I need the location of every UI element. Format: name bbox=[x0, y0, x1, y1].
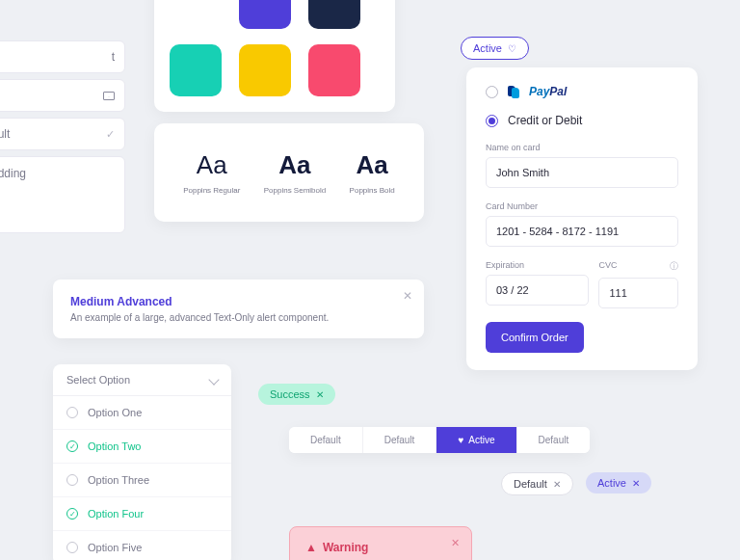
default-tag[interactable]: Default ✕ bbox=[501, 472, 573, 495]
close-icon[interactable]: ✕ bbox=[316, 389, 324, 400]
check-circle-icon bbox=[66, 508, 78, 520]
select-option[interactable]: Option Three bbox=[53, 464, 231, 497]
input-text: ault bbox=[0, 127, 10, 141]
input-text: t bbox=[112, 50, 115, 64]
swatch-indigo[interactable] bbox=[239, 0, 291, 29]
chevron-down-icon bbox=[208, 374, 219, 385]
check-circle-icon bbox=[66, 440, 78, 452]
alert-title: Medium Advanced bbox=[70, 295, 407, 308]
select-option[interactable]: Option Five bbox=[53, 531, 231, 560]
segment-default[interactable]: Default bbox=[289, 427, 363, 453]
payment-card: PayPal Credit or Debit Name on card Card… bbox=[466, 67, 698, 370]
paypal-logo-icon bbox=[508, 86, 519, 98]
font-label: Poppins Bold bbox=[350, 186, 395, 195]
textarea-input[interactable]: adding bbox=[0, 156, 125, 233]
select-option[interactable]: Option One bbox=[53, 396, 231, 430]
warning-title-row: ▲ Warning bbox=[305, 541, 456, 554]
confirm-order-button[interactable]: Confirm Order bbox=[486, 322, 584, 353]
font-sample-bold: Aa Poppins Bold bbox=[350, 150, 395, 195]
envelope-icon bbox=[103, 92, 115, 100]
heart-icon: ♡ bbox=[508, 43, 516, 54]
cvc-label-row: CVC ⓘ bbox=[598, 260, 678, 273]
name-label: Name on card bbox=[486, 143, 678, 152]
expiration-input[interactable] bbox=[486, 275, 589, 306]
cvc-label: CVC bbox=[598, 260, 617, 273]
swatch-pink[interactable] bbox=[308, 44, 360, 96]
cvc-input[interactable] bbox=[598, 278, 678, 308]
credit-label: Credit or Debit bbox=[508, 114, 582, 127]
textarea-text: adding bbox=[0, 167, 26, 180]
select-option[interactable]: Option Four bbox=[53, 497, 231, 531]
close-icon[interactable]: ✕ bbox=[451, 537, 460, 549]
paypal-label: PayPal bbox=[529, 85, 567, 98]
segmented-control: Default Default ♥ Active Default bbox=[289, 427, 590, 453]
circle-icon bbox=[66, 474, 78, 486]
text-input-email[interactable] bbox=[0, 79, 125, 112]
close-icon[interactable]: ✕ bbox=[403, 289, 412, 303]
checkmark-icon: ✓ bbox=[106, 128, 115, 141]
segment-active[interactable]: ♥ Active bbox=[436, 427, 516, 453]
tag-label: Success bbox=[270, 388, 310, 400]
active-tag[interactable]: Active ♡ bbox=[461, 37, 529, 60]
swatch-teal[interactable] bbox=[170, 44, 222, 96]
font-label: Poppins Semibold bbox=[264, 186, 326, 195]
font-sample-semibold: Aa Poppins Semibold bbox=[264, 150, 326, 195]
tag-label: Default bbox=[514, 478, 547, 490]
swatch-row-2 bbox=[154, 44, 395, 112]
payment-method-paypal[interactable]: PayPal bbox=[486, 85, 678, 98]
tag-label: Active bbox=[597, 477, 626, 489]
segment-default[interactable]: Default bbox=[363, 427, 437, 453]
font-aa: Aa bbox=[264, 150, 326, 180]
warning-triangle-icon: ▲ bbox=[305, 541, 317, 554]
select-option[interactable]: Option Two bbox=[53, 430, 231, 464]
heart-icon: ♥ bbox=[458, 435, 463, 445]
option-label: Option Two bbox=[88, 440, 141, 452]
select-input[interactable]: ault ✓ bbox=[0, 118, 125, 150]
swatch-navy[interactable] bbox=[308, 0, 360, 29]
segment-default[interactable]: Default bbox=[517, 427, 591, 453]
card-number-label: Card Number bbox=[486, 201, 678, 211]
option-label: Option Three bbox=[88, 474, 149, 486]
success-tag[interactable]: Success ✕ bbox=[258, 384, 335, 405]
expiration-label: Expiration bbox=[486, 260, 589, 270]
color-palette-card bbox=[154, 0, 395, 112]
font-aa: Aa bbox=[350, 150, 395, 180]
font-sample-regular: Aa Poppins Regular bbox=[183, 150, 240, 195]
name-input[interactable] bbox=[486, 157, 678, 188]
payment-method-credit[interactable]: Credit or Debit bbox=[486, 114, 678, 127]
info-icon[interactable]: ⓘ bbox=[670, 260, 678, 273]
radio-icon bbox=[486, 115, 498, 127]
alert-medium-advanced: Medium Advanced An example of a large, a… bbox=[53, 280, 424, 338]
circle-icon bbox=[66, 542, 78, 553]
select-header[interactable]: Select Option bbox=[53, 364, 231, 396]
warning-alert: ▲ Warning You will fall in love with thi… bbox=[289, 526, 472, 560]
circle-icon bbox=[66, 407, 78, 418]
font-aa: Aa bbox=[183, 150, 240, 180]
close-icon[interactable]: ✕ bbox=[553, 479, 561, 490]
typography-card: Aa Poppins Regular Aa Poppins Semibold A… bbox=[154, 123, 424, 222]
radio-icon bbox=[486, 86, 498, 98]
close-icon[interactable]: ✕ bbox=[632, 478, 640, 489]
alert-description: An example of a large, advanced Text-Onl… bbox=[70, 312, 407, 323]
warning-title: Warning bbox=[323, 541, 369, 554]
active-tag-filled[interactable]: Active ✕ bbox=[586, 472, 651, 493]
swatch-yellow[interactable] bbox=[239, 44, 291, 96]
option-label: Option Five bbox=[88, 542, 142, 553]
option-label: Option Four bbox=[88, 508, 144, 520]
select-list: Select Option Option One Option Two Opti… bbox=[53, 364, 231, 560]
card-number-input[interactable] bbox=[486, 216, 678, 247]
text-input[interactable]: t bbox=[0, 40, 125, 73]
segment-label: Active bbox=[468, 435, 494, 445]
option-label: Option One bbox=[88, 407, 142, 418]
select-header-label: Select Option bbox=[66, 374, 130, 386]
font-label: Poppins Regular bbox=[183, 186, 240, 195]
swatch-row-1 bbox=[154, 0, 395, 44]
tag-label: Active bbox=[473, 42, 502, 54]
